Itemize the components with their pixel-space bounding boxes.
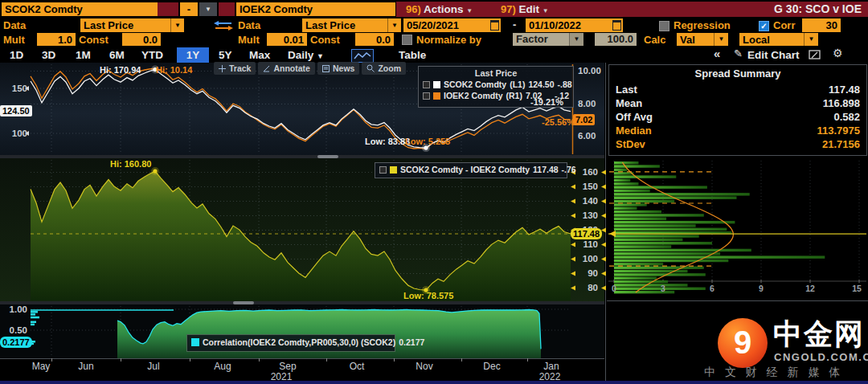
y-axis-tick: 80 — [575, 283, 598, 292]
summary-label: StDev — [616, 138, 645, 150]
y-axis-tick: 90 — [575, 268, 598, 278]
corr-days-input[interactable]: 30 — [802, 18, 841, 32]
tab-max[interactable]: Max — [249, 47, 270, 63]
track-crosshair-icon — [219, 65, 226, 72]
zoom-button[interactable]: Zoom — [362, 62, 406, 75]
y-axis-tick: 8.00 — [578, 99, 596, 108]
tab-table[interactable]: Table — [399, 47, 426, 63]
pencil-icon[interactable]: ✎ — [734, 47, 743, 59]
news-button[interactable]: News — [317, 62, 359, 75]
calendar-icon[interactable] — [610, 18, 623, 32]
summary-row: Median113.7975 — [616, 125, 860, 137]
x-axis-tick-mark — [259, 358, 260, 362]
calc-select[interactable]: Val — [677, 33, 715, 46]
operator-dropdown[interactable]: ▼ — [199, 2, 217, 16]
series-axis: (L1) — [510, 80, 525, 89]
swap-securities-icon[interactable] — [212, 20, 235, 31]
const-input-2[interactable]: 0.0 — [355, 33, 394, 46]
y-axis-tick: 1.00 — [6, 304, 27, 314]
tab-ytd[interactable]: YTD — [141, 47, 163, 63]
tab-6m[interactable]: 6M — [109, 47, 125, 63]
mult-input-2[interactable]: 0.01 — [267, 33, 307, 46]
legend-checkbox[interactable] — [423, 81, 430, 88]
cngold-logo-icon: 9 — [718, 318, 768, 368]
edit-chart-button[interactable]: Edit Chart — [747, 47, 800, 63]
x-axis-tick-mark — [394, 358, 395, 362]
x-axis-month-label: Aug — [214, 361, 231, 372]
track-button[interactable]: Track — [214, 62, 256, 75]
spread-last-badge: 117.48 — [571, 228, 602, 239]
factor-dropdown[interactable]: ▼ — [569, 33, 583, 46]
summary-label: Off Avg — [616, 111, 653, 123]
data-type-select-2[interactable]: Last Price — [302, 18, 387, 32]
regression-checkbox[interactable] — [659, 21, 669, 31]
series-last: 124.50 — [528, 80, 554, 89]
legend-checkbox[interactable] — [379, 166, 387, 174]
tab-3d[interactable]: 3D — [42, 47, 55, 63]
hi-annotation-orange: Hi: 10.14 — [156, 65, 192, 75]
series-change: -.76 — [562, 165, 576, 174]
summary-label: Mean — [616, 97, 642, 109]
spread-chart-panel[interactable] — [0, 158, 604, 301]
date-separator: - — [513, 18, 516, 31]
data-type-select-1[interactable]: Last Price — [80, 18, 170, 32]
chevron-down-icon: ▼ — [174, 22, 181, 29]
operator-button[interactable]: - — [180, 2, 198, 16]
zoom-label: Zoom — [378, 63, 401, 73]
chevron-down-icon: ▼ — [317, 52, 324, 60]
splitter-handle[interactable] — [233, 301, 254, 304]
date-to-input[interactable]: 01/10/2022 — [526, 18, 611, 32]
x-axis-month-label: Jan — [543, 361, 559, 372]
legend-checkbox[interactable] — [423, 92, 430, 100]
summary-row: Off Avg0.582 — [616, 111, 860, 123]
edit-number: 97) — [501, 3, 516, 15]
currency-select[interactable]: Local — [739, 33, 807, 46]
pct-change-white: -19.21% — [530, 97, 563, 107]
mult-input-1[interactable]: 1.0 — [37, 33, 76, 46]
series-swatch-cyan — [191, 338, 199, 346]
summary-title: Spread Summary — [609, 67, 866, 80]
tab-1d[interactable]: 1D — [10, 47, 23, 63]
calc-dropdown[interactable]: ▼ — [714, 33, 728, 46]
x-axis-month-label: Dec — [483, 361, 500, 372]
annotate-button[interactable]: Annotate — [258, 62, 315, 75]
calendar-icon[interactable] — [488, 18, 501, 32]
actions-menu[interactable]: 96) Actions ▼ — [406, 2, 473, 16]
currency-dropdown[interactable]: ▼ — [804, 33, 818, 46]
low-annotation-orange: Low: 5.255 — [405, 137, 450, 146]
tab-5y[interactable]: 5Y — [219, 47, 232, 63]
x-axis-month-label: Oct — [350, 361, 365, 372]
hi-annotation-spread: Hi: 160.80 — [110, 159, 151, 169]
corr-checkbox[interactable]: ✓ — [759, 21, 769, 31]
x-axis-month-label: Sep — [279, 361, 296, 372]
data-type-dropdown-1[interactable]: ▼ — [170, 18, 184, 32]
calc-label: Calc — [644, 33, 665, 47]
last-price-badge-right: 7.02 — [573, 114, 595, 125]
date-from-input[interactable]: 05/20/2021 — [403, 18, 489, 32]
line-chart-type-button[interactable] — [351, 49, 374, 63]
x-axis-tick-mark — [51, 358, 52, 362]
factor-select[interactable]: Factor — [513, 33, 569, 46]
regression-label: Regression — [674, 18, 731, 32]
chart-settings-icon[interactable] — [809, 49, 821, 60]
y-axis-tick: 150 — [6, 84, 27, 93]
tab-1y-selected[interactable]: 1Y — [177, 47, 209, 63]
track-label: Track — [229, 63, 251, 73]
y-axis-tick: 150 — [575, 182, 598, 191]
security-input-1[interactable]: SCOK2 Comdty — [2, 2, 158, 16]
normalize-checkbox[interactable] — [402, 35, 412, 45]
x-axis-tick-mark — [527, 358, 528, 362]
factor-value-input[interactable]: 100.0 — [595, 33, 637, 46]
tab-1m[interactable]: 1M — [76, 47, 91, 63]
splitter-handle[interactable] — [317, 155, 338, 158]
chevron-down-icon: ▼ — [466, 7, 473, 14]
collapse-button[interactable]: « — [714, 47, 720, 60]
last-price-badge-left: 124.50 — [0, 105, 32, 116]
security-input-2[interactable]: IOEK2 Comdty — [236, 2, 395, 16]
const-input-1[interactable]: 0.0 — [122, 33, 161, 46]
x-axis-tick-mark — [190, 358, 190, 362]
edit-menu[interactable]: 97) Edit ▼ — [501, 2, 549, 16]
data-type-dropdown-2[interactable]: ▼ — [387, 18, 401, 32]
gear-icon[interactable]: ⚙ — [833, 47, 843, 59]
legend-row: SCOK2 Comdty - IOEK2 Comdty 117.48 -.76 — [375, 163, 567, 176]
